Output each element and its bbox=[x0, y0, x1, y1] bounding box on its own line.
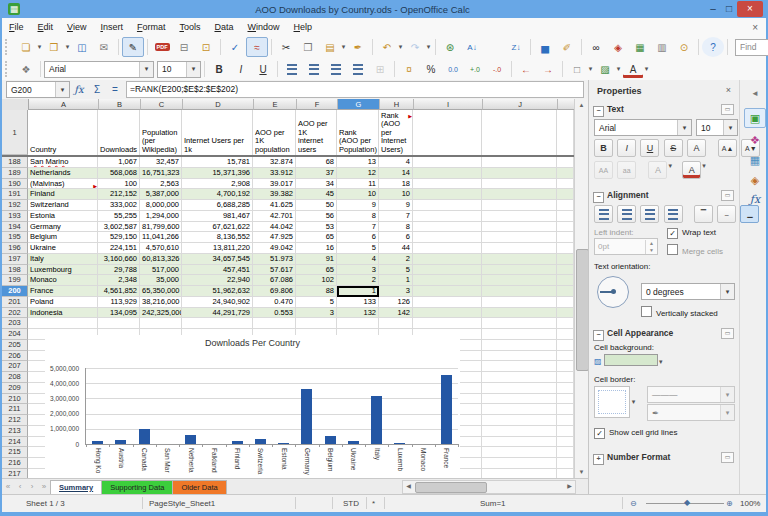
cell-A200[interactable]: France bbox=[28, 286, 98, 297]
data-sources-icon[interactable]: ▥ bbox=[651, 37, 673, 57]
open-dropdown-icon[interactable]: ▾ bbox=[64, 43, 71, 51]
paste-dropdown-icon[interactable]: ▾ bbox=[340, 43, 347, 51]
row-header-217[interactable]: 217 bbox=[2, 469, 28, 478]
header-cell-G1[interactable]: Rank (AOO per Population) bbox=[337, 110, 379, 155]
chart-bar-netherla[interactable] bbox=[185, 435, 196, 444]
cut-icon[interactable]: ✂ bbox=[275, 37, 297, 57]
cell-B199[interactable]: 2,348 bbox=[98, 275, 140, 286]
cell-A197[interactable]: Italy bbox=[28, 254, 98, 265]
alignment-section-more-icon[interactable]: ▭ bbox=[721, 190, 734, 201]
cell-E202[interactable]: 0.553 bbox=[253, 308, 296, 319]
cell-G189[interactable]: 12 bbox=[337, 168, 379, 179]
align-right-icon[interactable] bbox=[325, 59, 347, 79]
cell-J203[interactable] bbox=[482, 318, 557, 329]
sidebar-underline-icon[interactable]: U bbox=[640, 139, 659, 157]
cell-D196[interactable]: 13,811,220 bbox=[182, 243, 253, 254]
cell-E199[interactable]: 67.086 bbox=[253, 275, 296, 286]
cell-D195[interactable]: 8,136,552 bbox=[182, 232, 253, 243]
cell-J192[interactable] bbox=[482, 200, 557, 211]
cell-I202[interactable] bbox=[413, 308, 482, 319]
chart-bar-estonia[interactable] bbox=[278, 443, 289, 444]
cell-A194[interactable]: Germany bbox=[28, 222, 98, 233]
cell-J215[interactable] bbox=[482, 447, 557, 458]
cell-I197[interactable] bbox=[413, 254, 482, 265]
column-header-I[interactable]: I bbox=[414, 99, 483, 110]
cell-I195[interactable] bbox=[413, 232, 482, 243]
cell-F195[interactable]: 65 bbox=[296, 232, 337, 243]
cell-B202[interactable]: 134,095 bbox=[98, 308, 140, 319]
menu-format[interactable]: Format bbox=[130, 22, 173, 32]
left-indent-spinner[interactable]: 0pt ▲▼ bbox=[594, 238, 658, 255]
scroll-right-icon[interactable]: ▶ bbox=[564, 481, 575, 492]
cell-K212[interactable] bbox=[557, 415, 574, 426]
cell-B192[interactable]: 333,002 bbox=[98, 200, 140, 211]
cell-F192[interactable]: 50 bbox=[296, 200, 337, 211]
text-section-header[interactable]: −Text bbox=[593, 104, 624, 117]
cell-K211[interactable] bbox=[557, 404, 574, 415]
header-cell-B1[interactable]: Downloads bbox=[98, 110, 140, 155]
cell-F194[interactable]: 53 bbox=[296, 222, 337, 233]
collapse-icon[interactable]: − bbox=[593, 192, 604, 203]
maximize-button[interactable]: □ bbox=[721, 2, 737, 16]
increase-indent-icon[interactable]: → bbox=[537, 59, 559, 79]
italic-icon[interactable]: I bbox=[230, 59, 252, 79]
scroll-left-icon[interactable]: ◀ bbox=[403, 481, 414, 492]
align-center-icon[interactable] bbox=[303, 59, 325, 79]
sheet-tab-older-data[interactable]: Older Data bbox=[172, 480, 226, 495]
cell-J189[interactable] bbox=[482, 168, 557, 179]
menu-help[interactable]: Help bbox=[287, 22, 320, 32]
cell-E194[interactable]: 44.042 bbox=[253, 222, 296, 233]
sort-descending-icon[interactable]: Z↓ bbox=[505, 37, 527, 57]
cell-F198[interactable]: 65 bbox=[296, 265, 337, 276]
first-sheet-icon[interactable]: « bbox=[2, 481, 14, 493]
column-header-A[interactable]: A bbox=[29, 99, 99, 110]
sidebar-uppercase-icon[interactable]: AA bbox=[594, 161, 613, 179]
cell-G200[interactable]: 1 bbox=[337, 286, 379, 297]
cell-A188[interactable]: San Marino bbox=[28, 157, 98, 168]
align-justify-icon[interactable] bbox=[347, 59, 369, 79]
cell-B196[interactable]: 224,151 bbox=[98, 243, 140, 254]
cell-C197[interactable]: 60,813,326 bbox=[140, 254, 182, 265]
cell-B203[interactable] bbox=[98, 318, 140, 329]
sidebar-lowercase-icon[interactable]: aa bbox=[617, 161, 636, 179]
sidebar-font-name-combobox[interactable]: Arial ▾ bbox=[594, 119, 692, 136]
vertically-stacked-checkbox[interactable] bbox=[641, 306, 652, 317]
header-cell-F1[interactable]: AOO per 1K internet users bbox=[296, 110, 337, 155]
cell-K189[interactable] bbox=[557, 168, 574, 179]
cell-F201[interactable]: 5 bbox=[296, 297, 337, 308]
cell-J201[interactable] bbox=[482, 297, 557, 308]
undo-icon[interactable]: ↶ bbox=[376, 37, 398, 57]
cell-F199[interactable]: 102 bbox=[296, 275, 337, 286]
cell-appearance-section-header[interactable]: −Cell Appearance bbox=[593, 328, 673, 341]
cell-C188[interactable]: 32,457 bbox=[140, 157, 182, 168]
cell-E200[interactable]: 69.806 bbox=[253, 286, 296, 297]
cell-I189[interactable] bbox=[413, 168, 482, 179]
cell-J212[interactable] bbox=[482, 415, 557, 426]
number-format-more-icon[interactable]: ▭ bbox=[721, 452, 734, 463]
cell-K202[interactable] bbox=[557, 308, 574, 319]
cell-B197[interactable]: 3,160,660 bbox=[98, 254, 140, 265]
navigator-icon[interactable]: ◈ bbox=[607, 37, 629, 57]
cell-F193[interactable]: 56 bbox=[296, 211, 337, 222]
close-button[interactable]: × bbox=[737, 1, 763, 17]
cell-H193[interactable]: 7 bbox=[379, 211, 413, 222]
cell-K207[interactable] bbox=[557, 361, 574, 372]
cell-J200[interactable] bbox=[482, 286, 557, 297]
cell-C195[interactable]: 11,041,266 bbox=[140, 232, 182, 243]
cell-F197[interactable]: 91 bbox=[296, 254, 337, 265]
cell-K210[interactable] bbox=[557, 394, 574, 405]
sidebar-functions-icon[interactable]: ƒx bbox=[744, 190, 766, 210]
row-header-188[interactable]: 188 bbox=[2, 157, 28, 168]
cell-A199[interactable]: Monaco bbox=[28, 275, 98, 286]
cell-H197[interactable]: 2 bbox=[379, 254, 413, 265]
scroll-up-icon[interactable]: ▲ bbox=[575, 99, 588, 111]
cell-A193[interactable]: Estonia bbox=[28, 211, 98, 222]
column-header-E[interactable]: E bbox=[254, 99, 297, 110]
sidebar-valign-top-icon[interactable]: ▔ bbox=[694, 205, 713, 223]
cell-G199[interactable]: 2 bbox=[337, 275, 379, 286]
column-header-F[interactable]: F bbox=[297, 99, 338, 110]
line-color-combobox[interactable]: ✒ ▾ bbox=[647, 404, 735, 421]
cell-G192[interactable]: 9 bbox=[337, 200, 379, 211]
row-header-196[interactable]: 196 bbox=[2, 243, 28, 254]
sidebar-navigator-icon[interactable]: ◈ bbox=[744, 170, 766, 190]
